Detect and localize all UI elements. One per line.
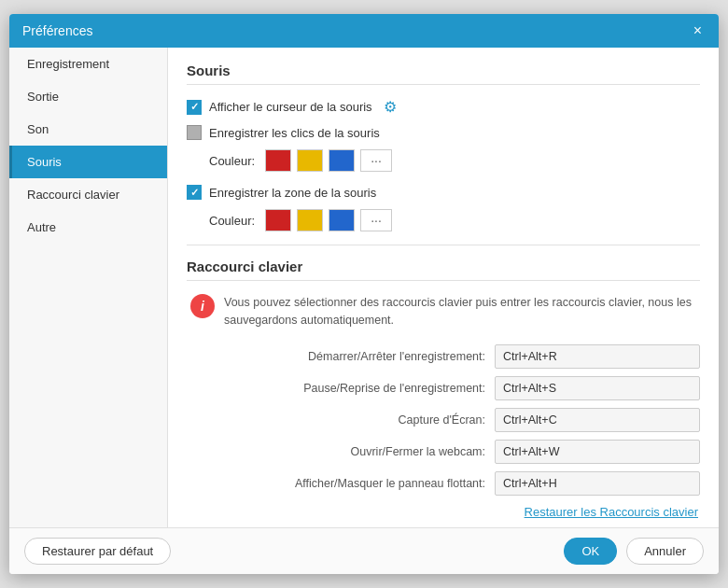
sidebar-item-autre[interactable]: Autre (9, 211, 167, 244)
checkbox-enregistrer-zone[interactable] (187, 185, 202, 200)
souris-section-title: Souris (187, 63, 700, 85)
color-row-1: Couleur: ··· (209, 149, 700, 172)
option-row-enregistrer-zone: Enregistrer la zone de la souris (187, 185, 700, 200)
color-swatch-yellow-2[interactable] (297, 209, 323, 231)
title-bar: Préférences × (9, 14, 719, 48)
sidebar-item-raccourci-clavier[interactable]: Raccourci clavier (9, 178, 167, 211)
label-afficher-curseur: Afficher le curseur de la souris (209, 100, 372, 114)
color-more-button-2[interactable]: ··· (360, 209, 392, 231)
restore-default-button[interactable]: Restaurer par défaut (24, 538, 171, 565)
color-swatch-yellow-1[interactable] (297, 149, 323, 172)
shortcut-row-2: Capture d'Écran: (190, 408, 700, 432)
label-enregistrer-zone: Enregistrer la zone de la souris (209, 186, 376, 200)
preferences-dialog: Préférences × Enregistrement Sortie Son … (9, 14, 719, 574)
sidebar-item-sortie[interactable]: Sortie (9, 80, 167, 113)
dialog-title: Préférences (22, 23, 92, 38)
shortcut-label-3: Ouvrir/Fermer la webcam: (261, 445, 485, 458)
raccourci-section-title: Raccourci clavier (187, 259, 700, 281)
label-enregistrer-clics: Enregistrer les clics de la souris (209, 126, 380, 140)
color-label-2: Couleur: (209, 214, 256, 228)
shortcut-label-2: Capture d'Écran: (261, 413, 485, 427)
shortcut-row-1: Pause/Reprise de l'enregistrement: (190, 376, 700, 400)
gear-icon[interactable]: ⚙ (384, 98, 397, 116)
shortcut-label-4: Afficher/Masquer le panneau flottant: (261, 477, 485, 490)
restore-shortcuts-link[interactable]: Restaurer les Raccourcis clavier (187, 505, 698, 519)
footer: Restaurer par défaut OK Annuler (9, 527, 719, 574)
shortcut-input-4[interactable] (495, 471, 700, 496)
color-swatch-red-1[interactable] (265, 149, 291, 172)
sidebar: Enregistrement Sortie Son Souris Raccour… (9, 48, 168, 527)
sidebar-item-enregistrement[interactable]: Enregistrement (9, 48, 167, 80)
color-swatch-blue-1[interactable] (329, 149, 355, 172)
option-row-enregistrer-clics: Enregistrer les clics de la souris (187, 125, 700, 140)
color-label-1: Couleur: (209, 154, 256, 168)
color-swatch-red-2[interactable] (265, 209, 291, 231)
checkbox-enregistrer-clics[interactable] (187, 125, 202, 140)
info-box: i Vous pouvez sélectionner des raccourci… (190, 294, 700, 329)
shortcut-input-3[interactable] (495, 440, 700, 464)
shortcut-grid: Démarrer/Arrêter l'enregistrement: Pause… (190, 344, 700, 496)
color-more-button-1[interactable]: ··· (360, 149, 392, 172)
color-row-2: Couleur: ··· (209, 209, 700, 231)
shortcut-row-4: Afficher/Masquer le panneau flottant: (190, 471, 700, 496)
close-button[interactable]: × (690, 21, 706, 40)
shortcut-input-0[interactable] (495, 344, 700, 369)
option-row-afficher-curseur: Afficher le curseur de la souris ⚙ (187, 98, 700, 116)
color-swatch-blue-2[interactable] (329, 209, 355, 231)
shortcut-row-0: Démarrer/Arrêter l'enregistrement: (190, 344, 700, 369)
checkbox-afficher-curseur[interactable] (187, 100, 202, 115)
shortcut-label-0: Démarrer/Arrêter l'enregistrement: (261, 350, 485, 363)
shortcut-input-2[interactable] (495, 408, 700, 432)
section-divider (187, 245, 700, 245)
shortcut-label-1: Pause/Reprise de l'enregistrement: (261, 382, 485, 395)
dialog-body: Enregistrement Sortie Son Souris Raccour… (9, 48, 719, 527)
ok-button[interactable]: OK (564, 538, 617, 565)
sidebar-item-souris[interactable]: Souris (9, 146, 167, 178)
cancel-button[interactable]: Annuler (626, 538, 704, 565)
shortcut-row-3: Ouvrir/Fermer la webcam: (190, 440, 700, 464)
footer-right: OK Annuler (564, 538, 704, 565)
info-text: Vous pouvez sélectionner des raccourcis … (224, 294, 700, 329)
main-content: Souris Afficher le curseur de la souris … (168, 48, 719, 527)
sidebar-item-son[interactable]: Son (9, 113, 167, 146)
shortcut-input-1[interactable] (495, 376, 700, 400)
info-icon: i (190, 294, 215, 318)
